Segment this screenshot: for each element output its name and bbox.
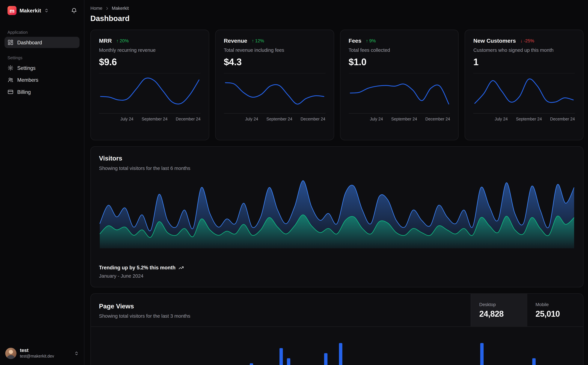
stat-subtitle: Total revenue including fees [224, 47, 325, 53]
stat-value: $1.0 [348, 56, 450, 68]
notifications-button[interactable] [69, 6, 79, 15]
x-tick: July 24 [495, 117, 508, 121]
stat-value: $9.6 [99, 56, 201, 68]
visitors-title: Visitors [99, 155, 575, 162]
x-axis-labels: July 24 September 24 December 24 [224, 117, 325, 121]
user-email: test@makerkit.dev [20, 353, 71, 359]
toggle-label: Mobile [536, 302, 575, 307]
trend-value: 9% [369, 38, 376, 43]
toggle-label: Desktop [479, 302, 519, 307]
x-axis-labels: July 24 September 24 December 24 [348, 117, 450, 121]
sidebar: m Makerkit Application Dashboard Setting… [0, 0, 84, 365]
trend-value: 20% [120, 38, 129, 43]
stat-value: 1 [473, 56, 575, 68]
stat-card-revenue: Revenue ↑12% Total revenue including fee… [215, 30, 334, 140]
workspace-name: Makerkit [20, 7, 41, 14]
chevrons-up-down-icon [44, 8, 49, 13]
sidebar-item-label: Settings [17, 65, 35, 71]
trend-down-icon: ↓ [520, 38, 523, 43]
x-tick: September 24 [516, 117, 542, 121]
trend-badge: ↑9% [366, 38, 376, 43]
sidebar-item-billing[interactable]: Billing [5, 86, 79, 98]
visitors-card: Visitors Showing total visitors for the … [90, 146, 583, 287]
visitors-period: January - June 2024 [99, 273, 575, 279]
sidebar-item-label: Members [17, 77, 38, 83]
gear-icon [7, 65, 14, 71]
visitors-area-chart [99, 177, 575, 249]
customers-sparkline-chart [473, 73, 575, 113]
app-window: m Makerkit Application Dashboard Setting… [0, 0, 588, 365]
toggle-desktop[interactable]: Desktop 24,828 [470, 294, 527, 326]
stat-card-mrr: MRR ↑20% Monthly recurring revenue $9.6 … [90, 30, 209, 140]
chevrons-up-down-icon [74, 351, 79, 356]
stat-title: Revenue [224, 38, 247, 44]
stat-card-new-customers: New Customers ↓-25% Customers who signed… [465, 30, 583, 140]
x-tick: December 24 [301, 117, 325, 121]
mrr-sparkline-chart [99, 73, 201, 113]
workspace-selector[interactable]: m Makerkit [6, 5, 50, 17]
x-tick: September 24 [391, 117, 417, 121]
page-views-bar-chart [99, 330, 575, 365]
stat-title: Fees [348, 38, 361, 44]
x-axis-labels: July 24 September 24 December 24 [473, 117, 575, 121]
toggle-mobile[interactable]: Mobile 25,010 [527, 294, 583, 326]
stat-value: $4.3 [224, 56, 325, 68]
page-title: Dashboard [90, 14, 583, 23]
dashboard-icon [7, 39, 14, 45]
user-menu[interactable]: test test@makerkit.dev [5, 346, 79, 360]
user-meta: test test@makerkit.dev [20, 348, 71, 359]
sidebar-item-dashboard[interactable]: Dashboard [5, 37, 79, 48]
stat-card-fees: Fees ↑9% Total fees collected $1.0 July … [340, 30, 459, 140]
breadcrumb: Home Makerkit [90, 6, 583, 11]
trend-up-icon: ↑ [366, 38, 368, 43]
stat-subtitle: Customers who signed up this month [473, 47, 575, 53]
user-name: test [20, 348, 71, 354]
makerkit-logo: m [7, 6, 16, 15]
stat-title: MRR [99, 38, 112, 44]
x-tick: December 24 [176, 117, 201, 121]
stat-subtitle: Monthly recurring revenue [99, 47, 201, 53]
sidebar-item-label: Dashboard [17, 40, 42, 45]
trending-up-icon [179, 265, 184, 270]
x-tick: September 24 [142, 117, 167, 121]
trend-value: 12% [255, 38, 264, 43]
x-tick: July 24 [370, 117, 383, 121]
bell-icon [71, 7, 77, 14]
x-tick: July 24 [120, 117, 133, 121]
breadcrumb-home[interactable]: Home [90, 6, 102, 11]
visitors-footer: Trending up by 5.2% this month [99, 265, 575, 271]
stat-card-row: MRR ↑20% Monthly recurring revenue $9.6 … [90, 30, 583, 140]
trend-badge: ↓-25% [520, 38, 534, 43]
page-views-subtitle: Showing total visitors for the last 3 mo… [99, 313, 463, 319]
trend-up-icon: ↑ [116, 38, 119, 43]
sidebar-item-members[interactable]: Members [5, 74, 79, 85]
x-axis-labels: July 24 September 24 December 24 [99, 117, 201, 121]
x-tick: July 24 [245, 117, 258, 121]
sidebar-header: m Makerkit [5, 4, 79, 17]
breadcrumb-current: Makerkit [112, 6, 129, 11]
trend-badge: ↑12% [252, 38, 264, 43]
sidebar-item-label: Billing [17, 89, 31, 95]
visitors-trend-text: Trending up by 5.2% this month [99, 265, 176, 271]
stat-subtitle: Total fees collected [348, 47, 450, 53]
page-views-toggles: Desktop 24,828 Mobile 25,010 [470, 294, 583, 326]
nav-section-settings: Settings [5, 54, 79, 61]
page-views-title: Page Views [99, 303, 463, 310]
revenue-sparkline-chart [224, 73, 325, 113]
toggle-value: 25,010 [536, 309, 575, 319]
page-views-header: Page Views Showing total visitors for th… [91, 294, 583, 327]
main-content: Home Makerkit Dashboard MRR ↑20% Monthly… [84, 0, 588, 365]
stat-title: New Customers [473, 38, 516, 44]
page-views-chart-area [91, 327, 583, 365]
members-icon [7, 77, 14, 83]
sidebar-item-settings[interactable]: Settings [5, 62, 79, 73]
visitors-subtitle: Showing total visitors for the last 6 mo… [99, 165, 575, 171]
trend-badge: ↑20% [116, 38, 129, 43]
fees-sparkline-chart [348, 73, 450, 113]
credit-card-icon [7, 89, 14, 95]
nav-section-application: Application [5, 28, 79, 36]
x-tick: September 24 [266, 117, 292, 121]
toggle-value: 24,828 [479, 309, 519, 319]
x-tick: December 24 [550, 117, 575, 121]
user-avatar [5, 348, 17, 359]
